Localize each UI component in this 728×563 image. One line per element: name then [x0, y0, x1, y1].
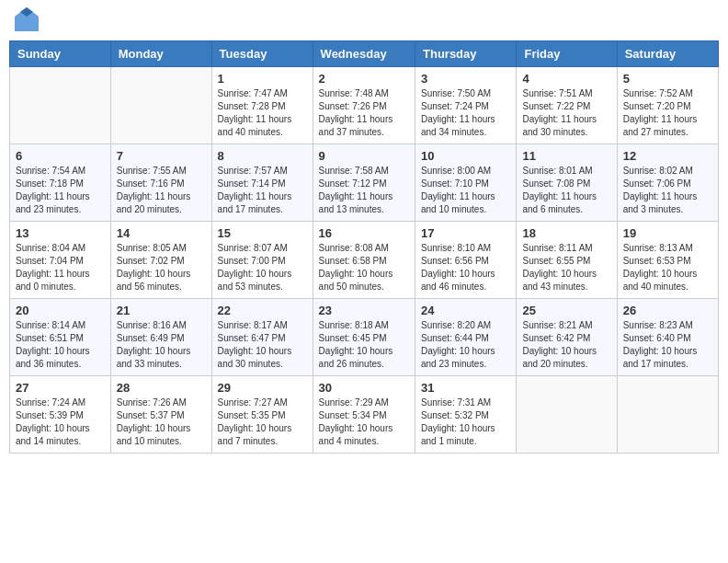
day-info: Sunrise: 8:00 AMSunset: 7:10 PMDaylight:…	[421, 165, 510, 216]
weekday-header: Tuesday	[211, 41, 313, 67]
day-number: 30	[319, 381, 409, 395]
day-number: 19	[623, 226, 712, 240]
day-info: Sunrise: 8:04 AMSunset: 7:04 PMDaylight:…	[16, 242, 105, 293]
calendar-cell: 5Sunrise: 7:52 AMSunset: 7:20 PMDaylight…	[617, 67, 718, 144]
day-number: 18	[522, 226, 610, 240]
day-info: Sunrise: 8:14 AMSunset: 6:51 PMDaylight:…	[16, 319, 105, 371]
day-number: 4	[522, 72, 610, 86]
calendar-cell: 3Sunrise: 7:50 AMSunset: 7:24 PMDaylight…	[415, 67, 517, 144]
calendar-week-row: 13Sunrise: 8:04 AMSunset: 7:04 PMDayligh…	[10, 222, 719, 299]
calendar-cell: 19Sunrise: 8:13 AMSunset: 6:53 PMDayligh…	[617, 222, 718, 299]
day-number: 15	[218, 226, 307, 240]
day-info: Sunrise: 8:23 AMSunset: 6:40 PMDaylight:…	[623, 319, 712, 371]
weekday-header: Saturday	[617, 41, 718, 67]
calendar-cell: 22Sunrise: 8:17 AMSunset: 6:47 PMDayligh…	[211, 299, 313, 376]
day-number: 27	[16, 381, 105, 395]
calendar-cell: 11Sunrise: 8:01 AMSunset: 7:08 PMDayligh…	[517, 144, 617, 222]
day-number: 13	[16, 226, 105, 240]
calendar-week-row: 20Sunrise: 8:14 AMSunset: 6:51 PMDayligh…	[10, 299, 719, 376]
day-number: 7	[117, 149, 206, 163]
calendar-cell: 28Sunrise: 7:26 AMSunset: 5:37 PMDayligh…	[110, 376, 211, 454]
day-info: Sunrise: 7:27 AMSunset: 5:35 PMDaylight:…	[218, 396, 307, 448]
calendar-cell: 30Sunrise: 7:29 AMSunset: 5:34 PMDayligh…	[313, 376, 415, 454]
calendar-cell: 17Sunrise: 8:10 AMSunset: 6:56 PMDayligh…	[415, 222, 517, 299]
day-info: Sunrise: 7:55 AMSunset: 7:16 PMDaylight:…	[117, 165, 206, 216]
calendar-cell: 23Sunrise: 8:18 AMSunset: 6:45 PMDayligh…	[313, 299, 415, 376]
logo-icon	[13, 6, 40, 33]
calendar-cell: 8Sunrise: 7:57 AMSunset: 7:14 PMDaylight…	[211, 144, 313, 222]
calendar-cell: 18Sunrise: 8:11 AMSunset: 6:55 PMDayligh…	[517, 222, 617, 299]
day-number: 10	[421, 149, 510, 163]
calendar-cell: 26Sunrise: 8:23 AMSunset: 6:40 PMDayligh…	[617, 299, 718, 376]
day-info: Sunrise: 7:57 AMSunset: 7:14 PMDaylight:…	[218, 165, 307, 216]
day-number: 20	[16, 304, 105, 317]
day-number: 12	[623, 149, 712, 163]
calendar-cell: 16Sunrise: 8:08 AMSunset: 6:58 PMDayligh…	[313, 222, 415, 299]
day-info: Sunrise: 7:31 AMSunset: 5:32 PMDaylight:…	[421, 396, 510, 448]
day-number: 16	[319, 226, 409, 240]
day-number: 23	[319, 304, 409, 317]
calendar-cell: 7Sunrise: 7:55 AMSunset: 7:16 PMDaylight…	[110, 144, 211, 222]
calendar-cell: 21Sunrise: 8:16 AMSunset: 6:49 PMDayligh…	[110, 299, 211, 376]
calendar-body: 1Sunrise: 7:47 AMSunset: 7:28 PMDaylight…	[10, 67, 719, 454]
day-info: Sunrise: 8:01 AMSunset: 7:08 PMDaylight:…	[522, 165, 610, 216]
calendar-cell: 29Sunrise: 7:27 AMSunset: 5:35 PMDayligh…	[211, 376, 313, 454]
calendar-week-row: 27Sunrise: 7:24 AMSunset: 5:39 PMDayligh…	[10, 376, 719, 454]
day-info: Sunrise: 7:52 AMSunset: 7:20 PMDaylight:…	[623, 87, 712, 139]
day-info: Sunrise: 8:11 AMSunset: 6:55 PMDaylight:…	[522, 242, 610, 293]
calendar-header-row: SundayMondayTuesdayWednesdayThursdayFrid…	[10, 41, 719, 67]
day-number: 22	[218, 304, 307, 317]
day-info: Sunrise: 8:08 AMSunset: 6:58 PMDaylight:…	[319, 242, 409, 293]
calendar-cell: 6Sunrise: 7:54 AMSunset: 7:18 PMDaylight…	[10, 144, 111, 222]
day-number: 25	[522, 304, 610, 317]
day-number: 14	[117, 226, 206, 240]
calendar-cell: 27Sunrise: 7:24 AMSunset: 5:39 PMDayligh…	[10, 376, 111, 454]
day-info: Sunrise: 8:13 AMSunset: 6:53 PMDaylight:…	[623, 242, 712, 293]
calendar-cell: 25Sunrise: 8:21 AMSunset: 6:42 PMDayligh…	[517, 299, 617, 376]
calendar-cell	[10, 67, 111, 144]
calendar-cell: 1Sunrise: 7:47 AMSunset: 7:28 PMDaylight…	[211, 67, 313, 144]
day-number: 8	[218, 149, 307, 163]
day-number: 31	[421, 381, 510, 395]
day-info: Sunrise: 7:26 AMSunset: 5:37 PMDaylight:…	[117, 396, 206, 448]
page-header	[9, 9, 719, 33]
calendar-week-row: 6Sunrise: 7:54 AMSunset: 7:18 PMDaylight…	[10, 144, 719, 222]
weekday-header: Friday	[517, 41, 617, 67]
calendar-cell	[617, 376, 718, 454]
calendar-cell: 24Sunrise: 8:20 AMSunset: 6:44 PMDayligh…	[415, 299, 517, 376]
day-info: Sunrise: 8:02 AMSunset: 7:06 PMDaylight:…	[623, 165, 712, 216]
day-info: Sunrise: 8:10 AMSunset: 6:56 PMDaylight:…	[421, 242, 510, 293]
weekday-header: Sunday	[10, 41, 111, 67]
day-number: 3	[421, 72, 510, 86]
day-info: Sunrise: 8:18 AMSunset: 6:45 PMDaylight:…	[319, 319, 409, 371]
logo	[13, 9, 40, 33]
calendar-cell	[517, 376, 617, 454]
day-number: 28	[117, 381, 206, 395]
day-info: Sunrise: 8:16 AMSunset: 6:49 PMDaylight:…	[117, 319, 206, 371]
day-info: Sunrise: 8:21 AMSunset: 6:42 PMDaylight:…	[522, 319, 610, 371]
day-number: 5	[623, 72, 712, 86]
day-number: 26	[623, 304, 712, 317]
calendar-cell: 31Sunrise: 7:31 AMSunset: 5:32 PMDayligh…	[415, 376, 517, 454]
calendar-cell: 4Sunrise: 7:51 AMSunset: 7:22 PMDaylight…	[517, 67, 617, 144]
calendar-cell: 9Sunrise: 7:58 AMSunset: 7:12 PMDaylight…	[313, 144, 415, 222]
day-info: Sunrise: 7:29 AMSunset: 5:34 PMDaylight:…	[319, 396, 409, 448]
calendar-cell	[110, 67, 211, 144]
day-number: 24	[421, 304, 510, 317]
day-number: 9	[319, 149, 409, 163]
calendar-week-row: 1Sunrise: 7:47 AMSunset: 7:28 PMDaylight…	[10, 67, 719, 144]
day-info: Sunrise: 7:47 AMSunset: 7:28 PMDaylight:…	[218, 87, 307, 139]
day-info: Sunrise: 7:48 AMSunset: 7:26 PMDaylight:…	[319, 87, 409, 139]
day-number: 11	[522, 149, 610, 163]
day-info: Sunrise: 8:20 AMSunset: 6:44 PMDaylight:…	[421, 319, 510, 371]
calendar-cell: 10Sunrise: 8:00 AMSunset: 7:10 PMDayligh…	[415, 144, 517, 222]
day-info: Sunrise: 8:17 AMSunset: 6:47 PMDaylight:…	[218, 319, 307, 371]
calendar-table: SundayMondayTuesdayWednesdayThursdayFrid…	[9, 40, 719, 454]
weekday-header: Wednesday	[313, 41, 415, 67]
day-info: Sunrise: 7:24 AMSunset: 5:39 PMDaylight:…	[16, 396, 105, 448]
day-info: Sunrise: 7:58 AMSunset: 7:12 PMDaylight:…	[319, 165, 409, 216]
weekday-header: Thursday	[415, 41, 517, 67]
day-info: Sunrise: 7:54 AMSunset: 7:18 PMDaylight:…	[16, 165, 105, 216]
day-number: 21	[117, 304, 206, 317]
calendar-cell: 20Sunrise: 8:14 AMSunset: 6:51 PMDayligh…	[10, 299, 111, 376]
